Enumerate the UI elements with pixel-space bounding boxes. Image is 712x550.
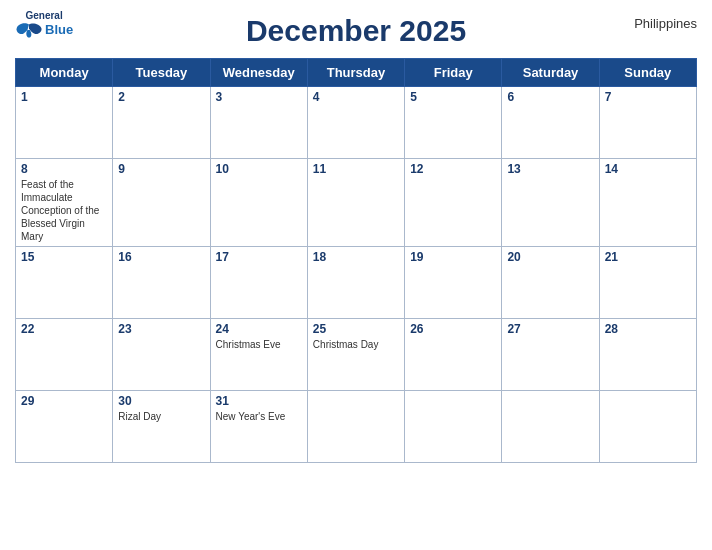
- calendar-header: General Blue December 2025 Philippines: [15, 10, 697, 52]
- day-number: 8: [21, 162, 107, 176]
- day-number: 20: [507, 250, 593, 264]
- holiday-label: Rizal Day: [118, 411, 161, 422]
- day-number: 15: [21, 250, 107, 264]
- holiday-label: New Year's Eve: [216, 411, 286, 422]
- calendar-cell: 27: [502, 319, 599, 391]
- calendar-cell: 15: [16, 247, 113, 319]
- calendar-cell: 23: [113, 319, 210, 391]
- weekday-header-sunday: Sunday: [599, 59, 696, 87]
- day-number: 19: [410, 250, 496, 264]
- calendar-cell: 14: [599, 159, 696, 247]
- calendar-cell: 20: [502, 247, 599, 319]
- logo-bird-icon: [15, 21, 43, 39]
- calendar-cell: 2: [113, 87, 210, 159]
- logo: General Blue: [15, 10, 73, 39]
- calendar-cell: 6: [502, 87, 599, 159]
- day-number: 23: [118, 322, 204, 336]
- weekday-header-monday: Monday: [16, 59, 113, 87]
- day-number: 2: [118, 90, 204, 104]
- weekday-header-saturday: Saturday: [502, 59, 599, 87]
- calendar-cell: 13: [502, 159, 599, 247]
- calendar-week-4: 222324Christmas Eve25Christmas Day262728: [16, 319, 697, 391]
- calendar-cell: 22: [16, 319, 113, 391]
- calendar-cell: 12: [405, 159, 502, 247]
- logo-general: General: [25, 10, 62, 21]
- day-number: 5: [410, 90, 496, 104]
- calendar-cell: 25Christmas Day: [307, 319, 404, 391]
- calendar-cell: 30Rizal Day: [113, 391, 210, 463]
- day-number: 27: [507, 322, 593, 336]
- day-number: 16: [118, 250, 204, 264]
- calendar-cell: [502, 391, 599, 463]
- calendar-week-2: 8Feast of the Immaculate Conception of t…: [16, 159, 697, 247]
- calendar-cell: 10: [210, 159, 307, 247]
- weekday-header-tuesday: Tuesday: [113, 59, 210, 87]
- calendar-week-1: 1234567: [16, 87, 697, 159]
- calendar-cell: 11: [307, 159, 404, 247]
- calendar-cell: 21: [599, 247, 696, 319]
- calendar-cell: 4: [307, 87, 404, 159]
- holiday-label: Feast of the Immaculate Conception of th…: [21, 179, 99, 242]
- day-number: 11: [313, 162, 399, 176]
- calendar-cell: 5: [405, 87, 502, 159]
- calendar-week-3: 15161718192021: [16, 247, 697, 319]
- calendar-cell: 31New Year's Eve: [210, 391, 307, 463]
- logo-blue: Blue: [45, 23, 73, 37]
- calendar-cell: 19: [405, 247, 502, 319]
- calendar-cell: 8Feast of the Immaculate Conception of t…: [16, 159, 113, 247]
- calendar-cell: 18: [307, 247, 404, 319]
- country-label: Philippines: [634, 16, 697, 31]
- calendar-cell: 29: [16, 391, 113, 463]
- day-number: 25: [313, 322, 399, 336]
- calendar-cell: 1: [16, 87, 113, 159]
- calendar-cell: 16: [113, 247, 210, 319]
- day-number: 10: [216, 162, 302, 176]
- calendar-cell: 28: [599, 319, 696, 391]
- day-number: 14: [605, 162, 691, 176]
- calendar-table: MondayTuesdayWednesdayThursdayFridaySatu…: [15, 58, 697, 463]
- calendar-cell: [307, 391, 404, 463]
- day-number: 4: [313, 90, 399, 104]
- day-number: 22: [21, 322, 107, 336]
- calendar-cell: 9: [113, 159, 210, 247]
- day-number: 9: [118, 162, 204, 176]
- calendar-cell: [599, 391, 696, 463]
- calendar-cell: 26: [405, 319, 502, 391]
- day-number: 30: [118, 394, 204, 408]
- day-number: 31: [216, 394, 302, 408]
- day-number: 26: [410, 322, 496, 336]
- day-number: 1: [21, 90, 107, 104]
- day-number: 6: [507, 90, 593, 104]
- day-number: 7: [605, 90, 691, 104]
- calendar-cell: 24Christmas Eve: [210, 319, 307, 391]
- day-number: 18: [313, 250, 399, 264]
- calendar-cell: 7: [599, 87, 696, 159]
- holiday-label: Christmas Eve: [216, 339, 281, 350]
- calendar-cell: 3: [210, 87, 307, 159]
- day-number: 28: [605, 322, 691, 336]
- weekday-header-friday: Friday: [405, 59, 502, 87]
- day-number: 29: [21, 394, 107, 408]
- calendar-cell: 17: [210, 247, 307, 319]
- day-number: 12: [410, 162, 496, 176]
- page-title: December 2025: [246, 14, 466, 48]
- weekday-header-thursday: Thursday: [307, 59, 404, 87]
- day-number: 13: [507, 162, 593, 176]
- calendar-header-row: MondayTuesdayWednesdayThursdayFridaySatu…: [16, 59, 697, 87]
- day-number: 21: [605, 250, 691, 264]
- day-number: 17: [216, 250, 302, 264]
- calendar-week-5: 2930Rizal Day31New Year's Eve: [16, 391, 697, 463]
- holiday-label: Christmas Day: [313, 339, 379, 350]
- weekday-header-wednesday: Wednesday: [210, 59, 307, 87]
- day-number: 3: [216, 90, 302, 104]
- calendar-cell: [405, 391, 502, 463]
- day-number: 24: [216, 322, 302, 336]
